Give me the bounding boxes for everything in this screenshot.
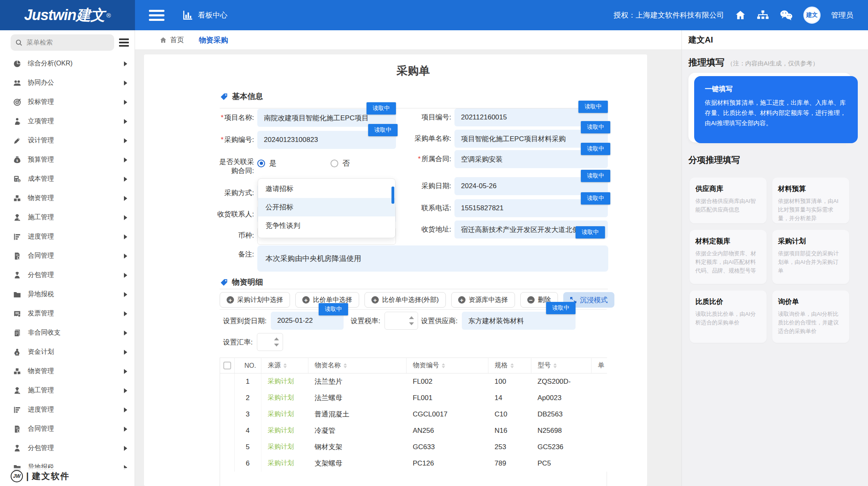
ai-inference-card[interactable]: 供应商库依据合格供应商库由AI智能匹配供应商信息 [690,178,767,223]
sort-icon[interactable] [607,363,607,368]
sidebar-item[interactable]: 进度管理 [0,400,135,419]
pie-icon [12,59,22,68]
contract-icon [12,252,22,261]
sidebar-item[interactable]: 分包管理 [0,439,135,458]
breadcrumb-current-tab[interactable]: 物资采购 [199,35,228,45]
sidebar-item[interactable]: 协同办公 [0,73,135,92]
breadcrumb-home[interactable]: 首页 [160,35,184,45]
sort-icon[interactable] [344,363,347,368]
select-all-checkbox[interactable] [223,362,231,369]
column-header: 物资编号 [413,361,439,370]
sidebar-item[interactable]: 物资管理 [0,189,135,208]
ai-inference-card[interactable]: 询价单读取询价单，由AI分析比质比价的合理性，并建议适合的采购单价 [772,290,849,343]
sidebar-item[interactable]: $预算管理 [0,150,135,169]
sidebar-item[interactable]: 综合分析(OKR) [0,54,135,73]
table-row[interactable]: 4采购计划冷凝管AN256N16N25698 [220,423,607,439]
field-label: 是否关联采购合同: [215,156,254,176]
plus-icon: + [371,296,379,304]
avatar[interactable]: 建文 [803,7,821,24]
dropdown-option[interactable]: 邀请招标 [258,180,395,198]
table-row[interactable]: 1采购计划法兰垫片FL002100ZQS200D- [220,374,607,390]
wechat-icon[interactable] [780,9,793,21]
sort-icon[interactable] [283,363,287,368]
app-footer: JW | 建文软件 [0,468,135,484]
field-phone: 联系电话: 15515827821 [393,199,608,217]
sidebar-item[interactable]: 立项管理 [0,112,135,131]
sort-icon[interactable] [510,363,514,368]
toolbar-button[interactable]: +资源库中选择 [451,292,515,308]
sidebar-item-label: 施工管理 [28,213,124,222]
reading-badge: 读取中 [581,121,610,133]
dropdown-option[interactable]: 公开招标 [258,198,395,216]
sidebar-item[interactable]: 发票管理 [0,304,135,323]
sidebar-item[interactable]: 合同管理 [0,246,135,266]
user-name[interactable]: 管理员 [831,10,853,20]
table-row[interactable]: 5采购计划钢材支架GC633253GC5236 [220,439,607,455]
sidebar-item[interactable]: 施工管理 [0,208,135,227]
menu-toggle-icon[interactable] [149,10,164,21]
sidebar-item[interactable]: 异地报税 [0,285,135,304]
table-row[interactable]: 3采购计划普通混凝土CGCL0017C10DB2563 [220,406,607,423]
table-cell: 采购计划 [261,390,308,406]
toolbar-button[interactable]: +比价单中选择(外部) [364,292,446,308]
worker-icon [12,213,22,222]
sort-icon[interactable] [442,363,445,368]
users-icon [12,79,22,88]
breadcrumb: 首页 物资采购 [135,30,681,50]
person-icon [12,117,22,126]
sidebar-item[interactable]: 物资管理 [0,362,135,381]
table-row[interactable]: 2采购计划法兰螺母FL00114Ap0023 [220,390,607,406]
sidebar-item-label: 投标管理 [28,98,124,106]
menu-collapse-icon[interactable] [119,38,129,47]
tax-rate-stepper[interactable] [385,312,418,330]
plus-icon: + [227,296,234,304]
field-project-no: 项目编号: 202112160015 [393,108,608,126]
contract-icon [12,425,22,434]
radio-yes[interactable]: 是 [257,158,277,168]
sidebar-item[interactable]: 合同管理 [0,419,135,439]
radio-no[interactable]: 否 [331,158,350,168]
sidebar-item[interactable]: 非合同收支 [0,323,135,342]
kanban-center-link[interactable]: 看板中心 [182,10,227,20]
ai-inference-card[interactable]: 采购计划依据项目部提交的采购计划单，由AI合并为采购订单 [772,230,849,284]
home-icon[interactable] [735,9,746,21]
sidebar-item[interactable]: $成本管理 [0,169,135,189]
ai-inference-card[interactable]: 材料预算依据材料预算清单，由AI比对预算量与实际需求量，并分析差异 [772,178,849,223]
sidebar-item[interactable]: 分包管理 [0,266,135,285]
ai-card-desc: 依据材料预算清单，由AI比对预算量与实际需求量，并分析差异 [778,197,843,223]
sidebar-item[interactable]: ¥资金计划 [0,342,135,362]
cost-icon: $ [12,175,22,184]
sidebar-item[interactable]: 施工管理 [0,381,135,400]
ai-card-desc: 读取询价单，由AI分析比质比价的合理性，并建议适合的采购单价 [778,310,843,336]
supplier-input[interactable]: 东方建材装饰材料 [462,312,576,330]
row-checkbox-cell [220,455,234,472]
sidebar-item[interactable]: 设计管理 [0,131,135,150]
table-row[interactable]: 6采购计划支架螺母PC126789PC5 [220,455,607,472]
sidebar-item-label: 预算管理 [28,155,124,164]
field-label: 项目编号: [393,108,451,122]
chevron-right-icon [124,446,127,451]
dropdown-option[interactable]: 竞争性谈判 [258,216,395,235]
remark-textarea[interactable]: 本次采购由中央机房降温使用 [257,245,608,272]
table-cell [591,455,607,472]
toolbar-button[interactable]: +采购计划中选择 [220,292,290,308]
brand-logo[interactable]: Justwin建文 ® [0,0,135,30]
pen-icon [12,136,22,145]
sidebar-item[interactable]: 投标管理 [0,92,135,112]
cubes-icon [12,194,22,203]
ai-card-desc: 依据企业内部物资库、材料定额库，由AI匹配材料代码、品牌、规格型号等 [695,250,761,275]
org-chart-icon[interactable] [757,9,769,21]
dropdown-scrollbar[interactable] [391,187,394,204]
jw-logo: JW [11,470,23,482]
sort-icon[interactable] [553,363,557,368]
sidebar-item[interactable]: 进度管理 [0,227,135,246]
search-placeholder: 菜单检索 [27,38,53,47]
ai-inference-card[interactable]: 比质比价读取比质比价单，由AI分析适合的采购单价 [690,290,767,343]
exchange-rate-stepper[interactable] [257,333,283,351]
one-click-fill-button[interactable]: 一键填写 依据材料预算清单，施工进度，出库单、入库单、库存量、比质比价单、材料内… [694,76,858,143]
page-title: 采购单 [220,63,607,78]
menu-search-input[interactable]: 菜单检索 [11,34,114,51]
table-cell: 789 [488,455,531,472]
ai-inference-card[interactable]: 材料定额库依据企业内部物资库、材料定额库，由AI匹配材料代码、品牌、规格型号等 [690,230,767,284]
material-table: NO.来源物资名称物资编号规格型号单 1采购计划法兰垫片FL002100ZQS2… [220,358,607,486]
